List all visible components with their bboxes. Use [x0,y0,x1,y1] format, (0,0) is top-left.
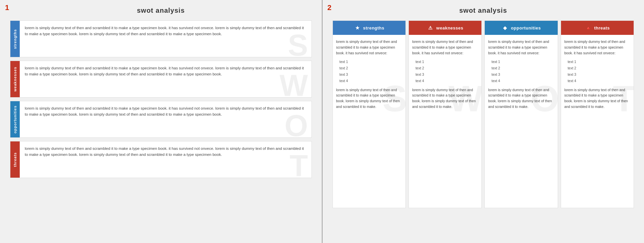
list-item: text 1 [568,59,630,65]
swot-row-weaknesses: weaknesses lorem is simply dummy text of… [10,61,312,98]
list-item: text 3 [568,72,630,77]
row-label-opportunities: opportunities [10,101,20,137]
swot-row-threats: threats lorem is simply dummy text of th… [10,141,312,178]
col-body-opportunities: lorem is simply dummy text of then and s… [485,35,557,114]
col-label-opportunities: opportunities [511,25,541,31]
list-item: text 3 [340,72,402,77]
list-item: text 3 [491,72,554,77]
col-label-strengths: strengths [363,25,384,31]
col-body-weaknesses: lorem is simply dummy text of then and s… [409,35,481,114]
col-body-strengths: lorem is simply dummy text of then and s… [333,35,405,114]
right-panel-number: 2 [328,3,332,12]
row-content-weaknesses: lorem is simply dummy text of then and s… [20,61,311,97]
right-panel-title: swot analysis [333,7,634,14]
left-swot-rows: strengths lorem is simply dummy text of … [10,20,312,178]
list-item: text 1 [340,59,402,65]
swot-col-opportunities: ◆ opportunities lorem is simply dummy te… [484,20,558,208]
list-item: text 2 [568,65,630,71]
row-watermark-weaknesses: W [280,70,308,98]
col-icon-weaknesses: ⚠ [427,24,434,32]
col-icon-opportunities: ◆ [501,24,509,32]
right-swot-columns: ★ strengths lorem is simply dummy text o… [333,20,634,208]
row-watermark-opportunities: O [284,111,308,138]
list-item: text 2 [491,65,554,71]
swot-col-strengths: ★ strengths lorem is simply dummy text o… [333,20,406,208]
col-header-weaknesses: ⚠ weaknesses [409,21,481,35]
col-watermark-strengths: S [383,80,406,117]
swot-col-weaknesses: ⚠ weaknesses lorem is simply dummy text … [408,20,482,208]
list-item: text 3 [416,72,478,77]
col-intro-threats: lorem is simply dummy text of then and s… [564,40,625,55]
swot-row-opportunities: opportunities lorem is simply dummy text… [10,101,312,138]
swot-row-strengths: strengths lorem is simply dummy text of … [10,20,312,57]
col-header-threats: 🔺 threats [561,21,634,35]
row-label-strengths: strengths [10,21,20,57]
left-panel-title: swot analysis [10,7,312,14]
list-item: text 1 [491,59,554,65]
right-panel: 2 swot analysis ★ strengths lorem is sim… [323,0,644,243]
row-watermark-strengths: S [288,30,308,57]
col-watermark-opportunities: O [531,80,558,117]
col-intro-strengths: lorem is simply dummy text of then and s… [336,40,397,55]
col-icon-threats: 🔺 [585,24,592,32]
col-watermark-weaknesses: W [448,80,482,117]
row-label-threats: threats [10,141,20,178]
col-header-opportunities: ◆ opportunities [485,21,557,35]
list-item: text 1 [416,59,478,65]
list-item: text 2 [340,65,402,71]
col-label-weaknesses: weaknesses [436,25,463,31]
col-intro-opportunities: lorem is simply dummy text of then and s… [488,40,549,55]
col-label-threats: threats [594,25,610,31]
left-panel: 1 swot analysis strengths lorem is simpl… [0,0,323,243]
list-item: text 2 [416,65,478,71]
row-label-weaknesses: weaknesses [10,61,20,97]
col-intro-weaknesses: lorem is simply dummy text of then and s… [412,40,473,55]
row-content-opportunities: lorem is simply dummy text of then and s… [20,101,311,137]
col-watermark-threats: T [613,80,634,117]
row-content-threats: lorem is simply dummy text of then and s… [20,141,311,178]
left-panel-number: 1 [5,3,9,12]
col-icon-strengths: ★ [354,24,361,32]
col-header-strengths: ★ strengths [333,21,405,35]
col-body-threats: lorem is simply dummy text of then and s… [561,35,634,114]
swot-col-threats: 🔺 threats lorem is simply dummy text of … [561,20,634,208]
row-content-strengths: lorem is simply dummy text of then and s… [20,21,311,57]
row-watermark-threats: T [290,151,308,178]
